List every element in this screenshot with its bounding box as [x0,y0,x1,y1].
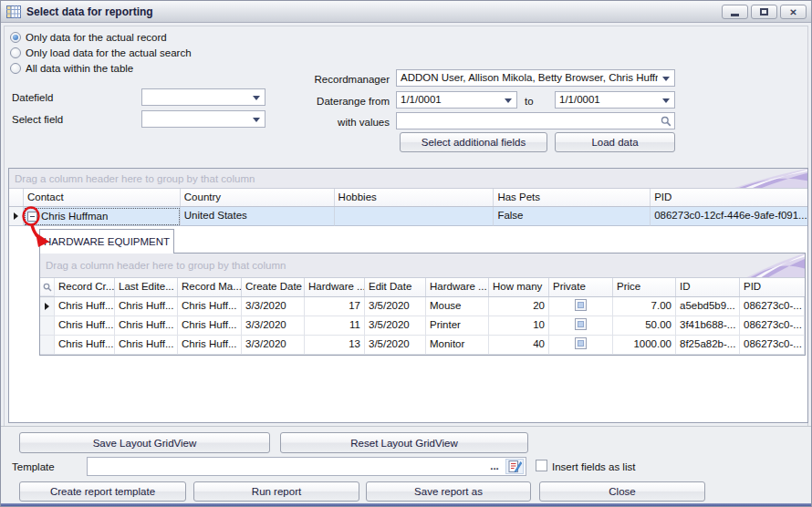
detail-column-header[interactable]: Price [613,278,676,296]
detail-cell[interactable]: 3/3/2020 [242,316,305,336]
master-row[interactable]: Chris Huffman United States False 086273… [9,207,807,226]
detail-cell[interactable]: Mouse [426,297,489,316]
detail-column-header[interactable]: PID [740,278,805,296]
detail-cell[interactable]: Chris Huff... [115,336,178,355]
detail-cell[interactable]: Chris Huff... [55,297,115,316]
detail-cell[interactable]: Printer [426,316,489,336]
collapse-detail-button[interactable] [27,212,37,222]
tab-hardware-equipment[interactable]: HARDWARE EQUIPMENT [39,229,174,254]
template-input[interactable] [89,459,484,474]
detail-cell[interactable]: 8f25a82b-... [676,336,740,355]
detail-cell[interactable]: 086273c0-... [740,297,805,316]
detail-search-header[interactable] [40,278,55,296]
datefield-combo[interactable] [141,88,265,106]
contact-cell[interactable]: Chris Huffman [24,207,181,226]
save-layout-gridview-button[interactable]: Save Layout GridView [19,432,270,453]
detail-cell[interactable]: 17 [305,297,365,316]
detail-cell[interactable]: 086273c0-... [740,336,805,355]
template-edit-button[interactable] [505,459,524,474]
detail-cell[interactable]: 3/5/2020 [365,336,426,355]
detail-cell[interactable]: Chris Huff... [55,336,115,355]
detail-column-header[interactable]: Edit Date [365,278,426,296]
radio-option[interactable]: Only load data for the actual search [10,45,192,60]
private-checkbox[interactable] [575,318,587,330]
detail-cell[interactable]: Chris Huff... [178,297,242,316]
detail-cell[interactable]: a5ebd5b9... [676,297,740,316]
detail-column-header[interactable]: Last Edite... [115,278,178,296]
close-button[interactable]: Close [539,481,705,502]
detail-cell[interactable]: Chris Huff... [178,336,242,355]
detail-column-header[interactable]: Create Date [242,278,305,296]
detail-cell[interactable]: 13 [305,336,365,355]
with-values-field[interactable] [396,112,675,129]
column-header-country[interactable]: Country [181,189,335,206]
chevron-down-icon[interactable] [505,98,512,103]
detail-column-header[interactable]: ID [676,278,740,296]
detail-group-by-panel[interactable]: Drag a column header here to group by th… [40,254,805,278]
column-header-pid[interactable]: PID [651,189,807,206]
search-icon[interactable] [661,116,671,129]
detail-cell[interactable]: 3f41b688-... [676,316,740,336]
detail-cell[interactable]: Monitor [426,336,489,355]
template-browse-button[interactable]: ... [485,458,504,475]
detail-cell[interactable]: Chris Huff... [115,316,178,336]
detail-cell[interactable] [549,336,613,355]
detail-row[interactable]: Chris Huff...Chris Huff...Chris Huff...3… [40,297,805,316]
reset-layout-gridview-button[interactable]: Reset Layout GridView [280,432,528,453]
load-data-button[interactable]: Load data [555,132,675,152]
radio-option[interactable]: Only data for the actual record [10,29,192,45]
detail-cell[interactable]: 50.00 [613,316,676,336]
run-report-button[interactable]: Run report [193,481,359,502]
detail-cell[interactable] [549,297,613,316]
group-by-panel[interactable]: Drag a column header here to group by th… [9,169,807,189]
detail-cell[interactable]: 40 [489,336,549,355]
recordmanager-combo[interactable]: ADDON User, Allison Mikola, Betty Browse… [396,69,675,87]
chevron-down-icon[interactable] [253,96,260,100]
detail-cell[interactable]: 1000.00 [613,336,676,355]
detail-cell[interactable]: 3/3/2020 [242,297,305,316]
chevron-down-icon[interactable] [662,98,670,103]
detail-column-header[interactable]: Private [549,278,613,296]
detail-cell[interactable]: Chris Huff... [178,316,242,336]
private-checkbox[interactable] [575,337,587,349]
detail-cell[interactable]: 11 [305,316,365,336]
pid-cell[interactable]: 086273c0-12cf-446e-9afe-f091... [651,207,807,226]
daterange-to-combo[interactable]: 1/1/0001 [555,91,675,109]
column-header-has-pets[interactable]: Has Pets [494,189,651,206]
detail-row[interactable]: Chris Huff...Chris Huff...Chris Huff...3… [40,336,805,355]
detail-row[interactable]: Chris Huff...Chris Huff...Chris Huff...3… [40,316,805,336]
close-window-button[interactable] [780,5,807,19]
radio-option[interactable]: All data within the table [10,60,192,76]
detail-cell[interactable]: 10 [489,316,549,336]
detail-column-header[interactable]: Hardware ... [305,278,365,296]
with-values-input[interactable] [399,114,658,128]
detail-column-header[interactable]: How many [489,278,549,296]
select-field-combo[interactable] [141,110,265,128]
insert-fields-checkbox[interactable] [536,460,547,471]
has-pets-cell[interactable]: False [494,207,651,226]
column-header-contact[interactable]: Contact [24,189,181,206]
minimize-button[interactable] [722,5,748,19]
detail-column-header[interactable]: Record Ma... [178,278,242,296]
save-report-as-button[interactable]: Save report as [366,481,531,502]
detail-cell[interactable] [549,316,613,336]
detail-cell[interactable]: 20 [489,297,549,316]
country-cell[interactable]: United States [181,207,335,226]
hobbies-cell[interactable] [335,207,494,226]
maximize-button[interactable] [751,5,777,19]
title-bar[interactable]: Select data for reporting [1,1,811,23]
detail-cell[interactable]: 7.00 [613,297,676,316]
detail-cell[interactable]: 3/5/2020 [365,316,426,336]
detail-column-header[interactable]: Record Cr... [55,278,115,296]
detail-cell[interactable]: Chris Huff... [55,316,115,336]
detail-cell[interactable]: Chris Huff... [115,297,178,316]
detail-column-header[interactable]: Hardware ... [426,278,489,296]
daterange-from-combo[interactable]: 1/1/0001 [396,91,517,109]
template-field[interactable]: ... [87,457,526,476]
private-checkbox[interactable] [575,299,587,311]
chevron-down-icon[interactable] [662,77,670,81]
detail-cell[interactable]: 086273c0-... [740,316,805,336]
create-report-template-button[interactable]: Create report template [19,481,186,502]
column-header-hobbies[interactable]: Hobbies [335,189,494,206]
chevron-down-icon[interactable] [253,118,260,122]
